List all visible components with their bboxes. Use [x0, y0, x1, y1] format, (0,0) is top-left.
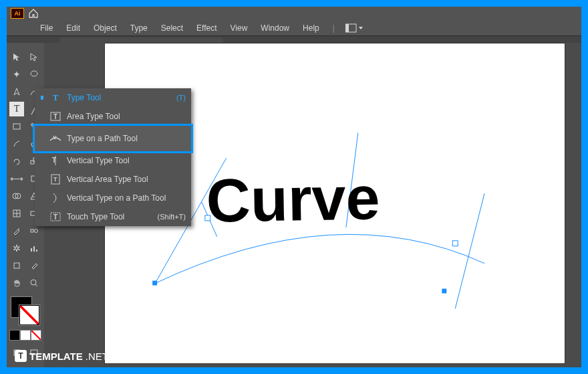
- svg-point-2: [31, 71, 37, 76]
- area-type-icon: T: [49, 110, 61, 122]
- svg-text:T: T: [53, 113, 57, 120]
- svg-line-19: [35, 284, 37, 286]
- watermark-brand: TEMPLATE: [29, 351, 83, 362]
- lasso-tool[interactable]: [27, 67, 41, 82]
- menu-view[interactable]: View: [224, 23, 255, 33]
- app-logo: Ai: [11, 8, 24, 19]
- artboard-tool[interactable]: [9, 258, 24, 273]
- svg-rect-16: [36, 250, 37, 252]
- touch-type-icon: T: [49, 211, 61, 223]
- svg-rect-3: [13, 124, 20, 129]
- app-window: Ai File Edit Object Type Select Effect V…: [7, 7, 581, 367]
- flyout-type-tool[interactable]: T Type Tool (T): [35, 88, 191, 107]
- flyout-label: Vertical Area Type Tool: [67, 175, 148, 184]
- slice-tool[interactable]: [27, 258, 41, 273]
- fill-stroke-swatch[interactable]: [11, 297, 39, 325]
- svg-text:T: T: [53, 213, 57, 221]
- svg-rect-28: [452, 241, 458, 246]
- color-mode-toggles[interactable]: [10, 331, 41, 340]
- watermark-icon: T: [15, 350, 27, 362]
- zoom-tool[interactable]: [27, 276, 41, 290]
- flyout-label: Type Tool: [67, 93, 101, 102]
- type-icon: T: [49, 92, 61, 104]
- canvas-text: Curve: [206, 163, 380, 235]
- direct-selection-tool[interactable]: [27, 50, 41, 64]
- flyout-label: Touch Type Tool: [67, 212, 124, 221]
- type-tool-flyout: T Type Tool (T) T Area Type Tool Type on…: [35, 88, 191, 226]
- svg-point-18: [31, 280, 36, 285]
- watermark-suffix: .NET: [86, 351, 108, 362]
- menu-file[interactable]: File: [33, 23, 59, 33]
- shape-builder-tool[interactable]: [9, 189, 24, 203]
- vertical-type-on-path-icon: [49, 192, 61, 204]
- home-icon[interactable]: [28, 9, 39, 18]
- flyout-label: Area Type Tool: [67, 112, 120, 121]
- watermark: T TEMPLATE.NET: [15, 350, 108, 362]
- svg-rect-26: [152, 281, 157, 286]
- flyout-vertical-area-type-tool[interactable]: T Vertical Area Type Tool: [35, 170, 191, 189]
- menu-bar: File Edit Object Type Select Effect View…: [7, 20, 581, 36]
- svg-rect-1: [345, 24, 349, 32]
- menu-effect[interactable]: Effect: [190, 23, 223, 33]
- menu-window[interactable]: Window: [254, 23, 296, 33]
- flyout-vertical-type-tool[interactable]: T Vertical Type Tool: [35, 151, 191, 170]
- shaper-tool[interactable]: [9, 136, 24, 151]
- svg-text:T: T: [52, 157, 56, 164]
- flyout-label: Vertical Type Tool: [67, 156, 130, 165]
- type-on-path-icon: [49, 132, 61, 145]
- menu-help[interactable]: Help: [296, 23, 326, 33]
- column-graph-tool[interactable]: [27, 241, 41, 256]
- hand-tool[interactable]: [9, 276, 24, 290]
- rectangle-tool[interactable]: [9, 119, 24, 134]
- menu-select[interactable]: Select: [154, 23, 190, 33]
- workspace-switcher-icon[interactable]: [345, 23, 363, 33]
- flyout-area-type-tool[interactable]: T Area Type Tool: [35, 107, 191, 126]
- menu-type[interactable]: Type: [124, 23, 154, 33]
- vertical-area-type-icon: T: [49, 173, 61, 185]
- bullet-icon: [40, 93, 44, 102]
- width-tool[interactable]: ⟷: [9, 171, 24, 186]
- flyout-shortcut: (Shift+T): [158, 213, 186, 221]
- flyout-vertical-type-on-path-tool[interactable]: Vertical Type on a Path Tool: [35, 189, 191, 207]
- flyout-label: Vertical Type on a Path Tool: [67, 193, 166, 203]
- svg-rect-12: [31, 229, 33, 232]
- rotate-tool[interactable]: [9, 154, 24, 169]
- mesh-tool[interactable]: [9, 206, 24, 221]
- menu-separator: |: [326, 23, 341, 33]
- svg-rect-15: [33, 246, 35, 252]
- menu-object[interactable]: Object: [87, 23, 124, 33]
- svg-text:T: T: [53, 176, 57, 183]
- title-bar: Ai: [7, 7, 581, 20]
- svg-rect-29: [442, 288, 446, 293]
- svg-rect-17: [14, 263, 19, 268]
- flyout-shortcut: (T): [176, 94, 186, 102]
- flyout-touch-type-tool[interactable]: T Touch Type Tool (Shift+T): [35, 207, 191, 226]
- vertical-type-icon: T: [49, 155, 61, 167]
- svg-point-13: [35, 229, 38, 233]
- menu-edit[interactable]: Edit: [59, 23, 87, 33]
- flyout-label: Type on a Path Tool: [67, 134, 138, 143]
- type-tool[interactable]: T: [9, 102, 24, 116]
- eyedropper-tool[interactable]: [9, 223, 24, 238]
- svg-line-25: [455, 193, 484, 308]
- svg-rect-30: [41, 96, 43, 100]
- svg-rect-14: [31, 248, 32, 252]
- flyout-type-on-path-tool[interactable]: Type on a Path Tool: [35, 126, 191, 151]
- magic-wand-tool[interactable]: ✦: [9, 67, 24, 82]
- pen-tool[interactable]: [9, 84, 24, 99]
- symbol-sprayer-tool[interactable]: ✲: [9, 241, 24, 256]
- selection-tool[interactable]: [9, 50, 24, 64]
